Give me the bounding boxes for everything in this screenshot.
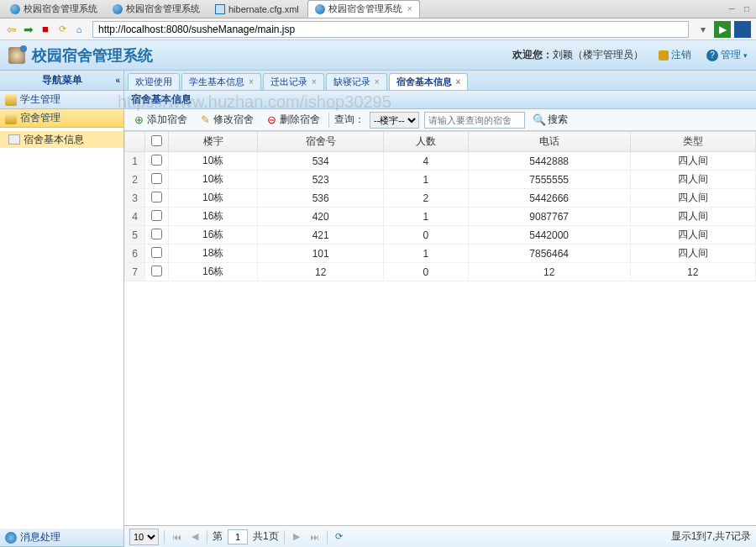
cell-building: 10栋 [169,171,258,189]
col-rownum [125,132,145,152]
row-check [145,263,169,281]
row-checkbox[interactable] [151,266,162,276]
close-icon[interactable]: × [312,77,317,87]
tab-absence[interactable]: 缺寝记录× [326,73,387,90]
refresh-button[interactable]: ⟳ [333,530,346,544]
prev-page-button[interactable]: ◀ [188,530,202,544]
table-row[interactable]: 1 10栋 534 4 5442888 四人间 [125,152,756,171]
close-icon[interactable]: × [456,77,461,87]
page-input[interactable] [228,529,248,544]
data-table: 楼宇 宿舍号 人数 电话 类型 1 10栋 534 4 5442888 四人间2… [124,131,756,281]
row-checkbox[interactable] [151,155,162,166]
cell-people: 1 [383,208,468,226]
data-table-wrap: 楼宇 宿舍号 人数 电话 类型 1 10栋 534 4 5442888 四人间2… [124,131,756,525]
table-row[interactable]: 6 18栋 101 1 7856464 四人间 [125,245,756,263]
row-checkbox[interactable] [151,210,162,221]
tab-welcome[interactable]: 欢迎使用 [128,73,180,90]
collapse-icon[interactable]: « [115,76,120,85]
row-check [145,245,169,263]
table-row[interactable]: 2 10栋 523 1 7555555 四人间 [125,171,756,189]
tree-item-dorm-info[interactable]: 宿舍基本信息 [0,131,123,148]
row-number: 4 [125,208,145,226]
cell-people: 0 [383,263,468,281]
home-icon[interactable]: ⌂ [72,23,86,36]
table-row[interactable]: 3 10栋 536 2 5442666 四人间 [125,189,756,208]
tab-moveout[interactable]: 迁出记录× [263,73,324,90]
cell-phone: 5442000 [468,226,630,245]
sidebar-spacer [0,151,123,529]
welcome-text: 欢迎您：刘颖（楼宇管理员） [512,48,643,62]
page-size-select[interactable]: 10 [129,529,159,545]
ide-tab[interactable]: 校园宿舍管理系统× [307,0,420,18]
cell-phone: 5442888 [468,152,630,171]
forward-icon[interactable]: ➡ [22,23,35,36]
globe-icon [10,4,20,14]
query-type-select[interactable]: --楼宇-- [370,112,419,129]
cell-room: 534 [258,152,383,171]
minimize-icon[interactable]: ─ [726,3,738,15]
row-checkbox[interactable] [151,192,162,202]
row-checkbox[interactable] [151,173,162,184]
dropdown-icon[interactable]: ▾ [696,22,711,37]
table-row[interactable]: 5 16栋 421 0 5442000 四人间 [125,226,756,245]
cell-room: 536 [258,189,383,208]
search-button[interactable]: 🔍搜索 [530,111,571,129]
page-icon [8,134,20,145]
browser-menu-button[interactable] [734,21,751,38]
close-icon[interactable]: × [249,77,254,87]
row-number: 6 [125,245,145,263]
folder-icon [5,113,17,124]
back-icon[interactable]: ⇦ [5,23,18,36]
sidebar-item-message[interactable]: 消息处理 [0,529,123,547]
row-checkbox[interactable] [151,229,162,239]
sidebar-item-dorm[interactable]: 宿舍管理 [0,109,123,128]
first-page-button[interactable]: ⏮ [170,530,183,544]
row-check [145,189,169,208]
stop-icon[interactable]: ■ [39,23,52,36]
tab-student-info[interactable]: 学生基本信息× [181,73,261,90]
cell-type: 四人间 [630,226,755,245]
ide-tab[interactable]: 校园宿舍管理系统 [106,1,207,17]
row-check [145,152,169,171]
ide-tab[interactable]: 校园宿舍管理系统 [3,1,104,17]
add-button[interactable]: ⊕添加宿舍 [129,111,191,129]
chevron-down-icon: ▾ [743,51,748,60]
cell-phone: 7856464 [468,245,630,263]
logout-link[interactable]: 注销 [659,48,691,62]
cell-type: 四人间 [630,245,755,263]
manage-link[interactable]: ?管理 ▾ [706,48,748,62]
cell-people: 4 [383,152,468,171]
cell-people: 1 [383,171,468,189]
url-input[interactable] [92,21,689,38]
table-row[interactable]: 4 16栋 420 1 9087767 四人间 [125,208,756,226]
delete-button[interactable]: ⊖删除宿舍 [262,111,323,129]
edit-button[interactable]: ✎修改宿舍 [196,111,257,129]
select-all-checkbox[interactable] [151,135,162,146]
search-icon: 🔍 [533,114,545,126]
tab-dorm-info[interactable]: 宿舍基本信息× [389,73,469,90]
cell-people: 1 [383,245,468,263]
col-type[interactable]: 类型 [630,132,755,152]
close-icon[interactable]: × [375,77,380,87]
browser-toolbar: ⇦ ➡ ■ ⟳ ⌂ ▾ ▶ [0,18,756,40]
sidebar-item-student[interactable]: 学生管理 [0,91,123,109]
maximize-icon[interactable]: □ [741,3,753,15]
close-icon[interactable]: × [407,4,412,13]
sidebar-title: 导航菜单 « [0,71,123,91]
refresh-icon[interactable]: ⟳ [55,23,69,36]
next-page-button[interactable]: ▶ [290,530,303,544]
ide-tab[interactable]: hibernate.cfg.xml [208,3,306,16]
message-icon [5,532,17,544]
last-page-button[interactable]: ⏭ [308,530,322,544]
cell-building: 10栋 [169,189,258,208]
col-building[interactable]: 楼宇 [169,132,258,152]
row-check [145,208,169,226]
table-row[interactable]: 7 16栋 12 0 12 12 [125,263,756,281]
col-room[interactable]: 宿舍号 [258,132,383,152]
col-people[interactable]: 人数 [383,132,468,152]
app-header: 校园宿舍管理系统 欢迎您：刘颖（楼宇管理员） 注销 ?管理 ▾ [0,40,756,71]
col-phone[interactable]: 电话 [468,132,630,152]
go-button[interactable]: ▶ [714,21,731,38]
query-input[interactable] [424,112,525,129]
row-checkbox[interactable] [151,247,162,258]
